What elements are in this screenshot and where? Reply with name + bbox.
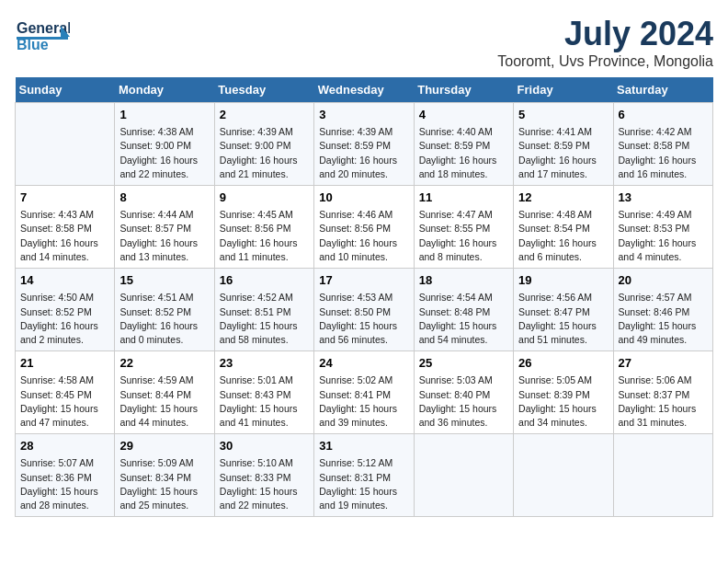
calendar-cell: 24Sunrise: 5:02 AM Sunset: 8:41 PM Dayli… [314,351,414,434]
weekday-header: Monday [115,77,214,103]
calendar-cell: 22Sunrise: 4:59 AM Sunset: 8:44 PM Dayli… [115,351,214,434]
calendar-cell: 12Sunrise: 4:48 AM Sunset: 8:54 PM Dayli… [514,186,613,269]
calendar-cell: 13Sunrise: 4:49 AM Sunset: 8:53 PM Dayli… [613,186,712,269]
page-header: General Blue July 2024 Tooromt, Uvs Prov… [15,15,713,70]
calendar-cell: 1Sunrise: 4:38 AM Sunset: 9:00 PM Daylig… [115,103,214,186]
day-number: 6 [619,107,708,123]
title-section: July 2024 Tooromt, Uvs Province, Mongoli… [497,15,713,70]
weekday-header: Wednesday [314,77,414,103]
day-number: 5 [518,107,608,123]
svg-text:Blue: Blue [17,37,49,52]
calendar-week-row: 21Sunrise: 4:58 AM Sunset: 8:45 PM Dayli… [16,351,713,434]
location-title: Tooromt, Uvs Province, Mongolia [497,53,713,70]
calendar-cell [514,434,613,517]
cell-content: Sunrise: 5:05 AM Sunset: 8:39 PM Dayligh… [518,373,608,430]
calendar-cell: 23Sunrise: 5:01 AM Sunset: 8:43 PM Dayli… [214,351,313,434]
calendar-cell: 25Sunrise: 5:03 AM Sunset: 8:40 PM Dayli… [414,351,513,434]
day-number: 26 [518,355,608,372]
weekday-header: Thursday [414,77,513,103]
day-number: 3 [319,107,408,123]
day-number: 30 [220,438,309,454]
day-number: 4 [419,107,508,123]
cell-content: Sunrise: 4:56 AM Sunset: 8:47 PM Dayligh… [518,291,608,347]
calendar-cell: 3Sunrise: 4:39 AM Sunset: 8:59 PM Daylig… [314,103,414,186]
cell-content: Sunrise: 5:12 AM Sunset: 8:31 PM Dayligh… [319,456,408,512]
cell-content: Sunrise: 4:43 AM Sunset: 8:58 PM Dayligh… [20,208,109,264]
calendar-cell: 10Sunrise: 4:46 AM Sunset: 8:56 PM Dayli… [314,186,414,269]
calendar-cell: 4Sunrise: 4:40 AM Sunset: 8:59 PM Daylig… [414,103,513,186]
day-number: 22 [119,355,209,372]
cell-content: Sunrise: 4:58 AM Sunset: 8:45 PM Dayligh… [20,373,109,430]
calendar-cell: 2Sunrise: 4:39 AM Sunset: 9:00 PM Daylig… [214,103,313,186]
calendar-week-row: 1Sunrise: 4:38 AM Sunset: 9:00 PM Daylig… [16,103,713,186]
cell-content: Sunrise: 5:07 AM Sunset: 8:36 PM Dayligh… [20,456,109,512]
day-number: 27 [619,355,708,372]
day-number: 17 [319,272,408,289]
cell-content: Sunrise: 5:01 AM Sunset: 8:43 PM Dayligh… [220,373,309,430]
calendar-cell: 17Sunrise: 4:53 AM Sunset: 8:50 PM Dayli… [314,269,414,351]
day-number: 28 [20,438,109,454]
cell-content: Sunrise: 4:48 AM Sunset: 8:54 PM Dayligh… [518,208,608,264]
day-number: 24 [319,355,408,372]
cell-content: Sunrise: 4:49 AM Sunset: 8:53 PM Dayligh… [619,208,708,264]
calendar-cell: 6Sunrise: 4:42 AM Sunset: 8:58 PM Daylig… [613,103,712,186]
day-number: 8 [119,190,209,206]
calendar-table: SundayMondayTuesdayWednesdayThursdayFrid… [15,77,713,517]
calendar-cell: 28Sunrise: 5:07 AM Sunset: 8:36 PM Dayli… [16,434,115,517]
cell-content: Sunrise: 4:42 AM Sunset: 8:58 PM Dayligh… [619,125,708,181]
day-number: 11 [419,190,508,206]
cell-content: Sunrise: 4:47 AM Sunset: 8:55 PM Dayligh… [419,208,508,264]
cell-content: Sunrise: 4:50 AM Sunset: 8:52 PM Dayligh… [20,291,109,347]
day-number: 16 [220,272,309,289]
cell-content: Sunrise: 5:10 AM Sunset: 8:33 PM Dayligh… [220,456,309,512]
day-number: 21 [20,355,109,372]
calendar-cell: 14Sunrise: 4:50 AM Sunset: 8:52 PM Dayli… [16,269,115,351]
logo-icon: General Blue [15,15,70,61]
day-number: 15 [119,272,209,289]
weekday-header: Friday [514,77,613,103]
cell-content: Sunrise: 5:03 AM Sunset: 8:40 PM Dayligh… [419,373,508,430]
cell-content: Sunrise: 4:51 AM Sunset: 8:52 PM Dayligh… [119,291,209,347]
logo: General Blue [15,15,70,61]
calendar-cell: 18Sunrise: 4:54 AM Sunset: 8:48 PM Dayli… [414,269,513,351]
day-number: 9 [220,190,309,206]
cell-content: Sunrise: 4:44 AM Sunset: 8:57 PM Dayligh… [119,208,209,264]
calendar-cell: 27Sunrise: 5:06 AM Sunset: 8:37 PM Dayli… [613,351,712,434]
weekday-header: Saturday [613,77,712,103]
day-number: 7 [20,190,109,206]
day-number: 20 [619,272,708,289]
cell-content: Sunrise: 4:38 AM Sunset: 9:00 PM Dayligh… [119,125,209,181]
calendar-cell: 7Sunrise: 4:43 AM Sunset: 8:58 PM Daylig… [16,186,115,269]
cell-content: Sunrise: 4:54 AM Sunset: 8:48 PM Dayligh… [419,291,508,347]
weekday-header: Sunday [16,77,115,103]
cell-content: Sunrise: 5:06 AM Sunset: 8:37 PM Dayligh… [619,373,708,430]
calendar-cell: 11Sunrise: 4:47 AM Sunset: 8:55 PM Dayli… [414,186,513,269]
month-title: July 2024 [497,15,713,53]
calendar-week-row: 7Sunrise: 4:43 AM Sunset: 8:58 PM Daylig… [16,186,713,269]
calendar-cell [613,434,712,517]
day-number: 23 [220,355,309,372]
day-number: 25 [419,355,508,372]
day-number: 1 [119,107,209,123]
cell-content: Sunrise: 5:09 AM Sunset: 8:34 PM Dayligh… [119,456,209,512]
calendar-cell: 9Sunrise: 4:45 AM Sunset: 8:56 PM Daylig… [214,186,313,269]
cell-content: Sunrise: 4:59 AM Sunset: 8:44 PM Dayligh… [119,373,209,430]
calendar-cell: 30Sunrise: 5:10 AM Sunset: 8:33 PM Dayli… [214,434,313,517]
cell-content: Sunrise: 4:53 AM Sunset: 8:50 PM Dayligh… [319,291,408,347]
cell-content: Sunrise: 4:45 AM Sunset: 8:56 PM Dayligh… [220,208,309,264]
day-number: 31 [319,438,408,454]
weekday-header: Tuesday [214,77,313,103]
day-number: 12 [518,190,608,206]
cell-content: Sunrise: 4:39 AM Sunset: 8:59 PM Dayligh… [319,125,408,181]
day-number: 19 [518,272,608,289]
day-number: 2 [220,107,309,123]
cell-content: Sunrise: 4:39 AM Sunset: 9:00 PM Dayligh… [220,125,309,181]
calendar-cell: 16Sunrise: 4:52 AM Sunset: 8:51 PM Dayli… [214,269,313,351]
cell-content: Sunrise: 4:57 AM Sunset: 8:46 PM Dayligh… [619,291,708,347]
day-number: 18 [419,272,508,289]
calendar-cell [16,103,115,186]
weekday-header-row: SundayMondayTuesdayWednesdayThursdayFrid… [16,77,713,103]
calendar-cell: 31Sunrise: 5:12 AM Sunset: 8:31 PM Dayli… [314,434,414,517]
calendar-cell: 5Sunrise: 4:41 AM Sunset: 8:59 PM Daylig… [514,103,613,186]
calendar-cell: 20Sunrise: 4:57 AM Sunset: 8:46 PM Dayli… [613,269,712,351]
